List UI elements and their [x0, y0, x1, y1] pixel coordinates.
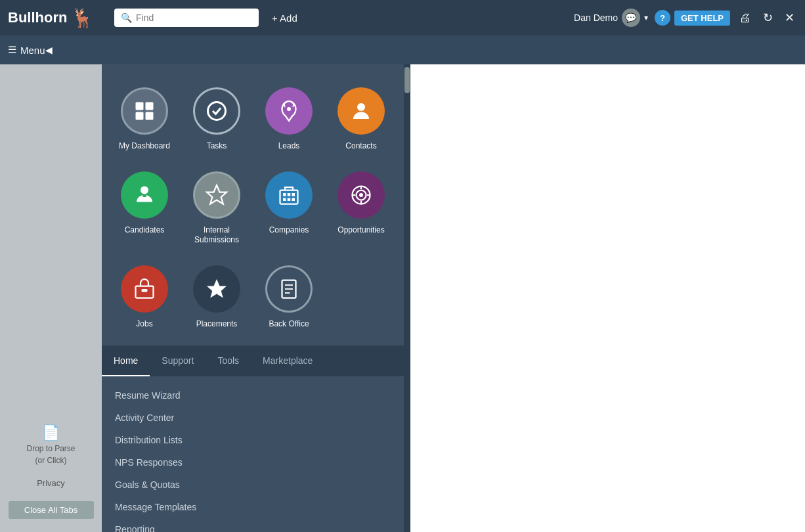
nav-icon-back-office[interactable]: Back Office [253, 255, 325, 340]
companies-label: Companies [269, 225, 309, 236]
close-all-tabs-button[interactable]: Close All Tabs [9, 501, 94, 519]
tasks-icon-circle [193, 87, 240, 135]
nav-icon-contacts[interactable]: Contacts [325, 78, 397, 162]
search-input[interactable] [136, 12, 252, 23]
internal-submissions-label: Internal Submissions [186, 225, 248, 246]
menu-arrow-icon: ◀ [45, 45, 53, 55]
nav-icon-leads[interactable]: Leads [253, 78, 325, 162]
svg-rect-16 [292, 198, 295, 201]
tasks-label: Tasks [207, 141, 227, 152]
brand-name: Bullhorn [8, 9, 67, 26]
scrollbar[interactable] [404, 64, 410, 532]
svg-rect-13 [292, 193, 295, 196]
content-area [410, 64, 805, 532]
opportunities-icon-circle [337, 171, 385, 219]
svg-marker-9 [207, 185, 227, 204]
document-icon: 📄 [42, 424, 60, 441]
svg-rect-15 [288, 198, 291, 201]
svg-rect-8 [142, 195, 146, 197]
back-office-icon-circle [265, 265, 313, 313]
svg-rect-14 [283, 198, 286, 201]
svg-point-6 [357, 103, 365, 111]
contacts-icon-circle [337, 87, 385, 135]
leads-label: Leads [278, 141, 300, 152]
privacy-link[interactable]: Privacy [37, 478, 65, 488]
svg-point-7 [141, 186, 148, 194]
hamburger-icon: ☰ [8, 44, 16, 56]
scroll-thumb[interactable] [404, 67, 410, 93]
jobs-icon-circle [121, 265, 168, 313]
tabs-section: Home Support Tools Marketplace Resume Wi… [102, 345, 404, 532]
svg-rect-25 [142, 289, 148, 292]
my-dashboard-icon-circle [121, 87, 168, 135]
tab-home[interactable]: Home [102, 346, 150, 376]
menu-item-distribution-lists[interactable]: Distribution Lists [102, 429, 404, 451]
nav-icon-placements[interactable]: Placements [181, 255, 253, 340]
svg-rect-10 [280, 190, 298, 204]
brand-logo: Bullhorn 🦌 [8, 7, 106, 29]
menu-label: Menu [20, 45, 45, 56]
help-circle-icon: ? [655, 10, 670, 26]
drop-parse-line1: Drop to Parse [26, 444, 75, 453]
tab-support[interactable]: Support [150, 346, 206, 376]
leads-icon-circle [265, 87, 313, 135]
svg-rect-0 [136, 102, 144, 110]
svg-rect-12 [288, 193, 291, 196]
nav-icon-candidates[interactable]: Candidates [108, 162, 181, 255]
companies-icon-circle [265, 171, 313, 219]
tab-marketplace[interactable]: Marketplace [251, 346, 324, 376]
nav-icon-my-dashboard[interactable]: My Dashboard [108, 78, 181, 162]
candidates-icon-circle [121, 171, 168, 219]
menu-item-resume-wizard[interactable]: Resume Wizard [102, 384, 404, 407]
svg-rect-1 [146, 102, 154, 110]
menu-item-reporting[interactable]: Reporting [102, 518, 404, 532]
my-dashboard-label: My Dashboard [119, 141, 170, 152]
close-button[interactable]: ✕ [782, 8, 797, 28]
home-menu-list: Resume Wizard Activity Center Distributi… [102, 376, 404, 532]
top-navigation: Bullhorn 🦌 🔍 + Add Dan Demo 💬 ▾ ? GET HE… [0, 0, 805, 35]
search-icon: 🔍 [121, 12, 132, 23]
menu-item-message-templates[interactable]: Message Templates [102, 496, 404, 518]
svg-marker-26 [207, 279, 227, 298]
menu-item-nps-responses[interactable]: NPS Responses [102, 451, 404, 474]
placements-label: Placements [196, 319, 238, 330]
print-button[interactable]: 🖨 [737, 9, 754, 28]
internal-submissions-icon-circle [193, 171, 240, 219]
menu-item-goals-quotas[interactable]: Goals & Quotas [102, 474, 404, 496]
nav-icon-opportunities[interactable]: Opportunities [325, 162, 397, 255]
search-container: 🔍 [114, 9, 259, 27]
menu-toggle-button[interactable]: ☰ Menu [8, 44, 45, 56]
sidebar: 📄 Drop to Parse (or Click) Privacy Close… [0, 64, 102, 532]
refresh-button[interactable]: ↻ [760, 8, 775, 28]
svg-rect-3 [146, 112, 154, 120]
nav-icon-tasks[interactable]: Tasks [181, 78, 253, 162]
opportunities-label: Opportunities [337, 225, 384, 236]
svg-rect-2 [136, 112, 144, 120]
svg-point-4 [208, 102, 226, 120]
nav-right: Dan Demo 💬 ▾ ? GET HELP 🖨 ↻ ✕ [574, 8, 797, 28]
nav-icon-internal-submissions[interactable]: Internal Submissions [181, 162, 253, 255]
jobs-label: Jobs [136, 319, 152, 330]
help-button[interactable]: ? GET HELP [655, 10, 730, 26]
moose-icon: 🦌 [71, 7, 94, 29]
add-label: + Add [272, 12, 297, 24]
user-menu[interactable]: Dan Demo 💬 ▾ [574, 9, 648, 27]
drop-to-parse[interactable]: 📄 Drop to Parse (or Click) [26, 424, 75, 465]
add-button[interactable]: + Add [267, 10, 303, 26]
icons-grid: My Dashboard Tasks Leads [102, 64, 404, 345]
contacts-label: Contacts [345, 141, 376, 152]
nav-icon-jobs[interactable]: Jobs [108, 255, 181, 340]
navigation-panel: My Dashboard Tasks Leads [102, 64, 404, 532]
tab-tools[interactable]: Tools [206, 346, 251, 376]
chevron-down-icon: ▾ [644, 13, 648, 22]
svg-point-5 [287, 107, 291, 111]
get-help-label: GET HELP [674, 11, 730, 26]
drop-parse-line2: (or Click) [35, 456, 66, 465]
tabs-bar: Home Support Tools Marketplace [102, 346, 404, 376]
nav-icon-companies[interactable]: Companies [253, 162, 325, 255]
placements-icon-circle [193, 265, 240, 313]
svg-rect-11 [283, 193, 286, 196]
menu-item-activity-center[interactable]: Activity Center [102, 407, 404, 429]
main-content: My Dashboard Tasks Leads [102, 64, 805, 532]
chat-icon: 💬 [622, 9, 640, 27]
